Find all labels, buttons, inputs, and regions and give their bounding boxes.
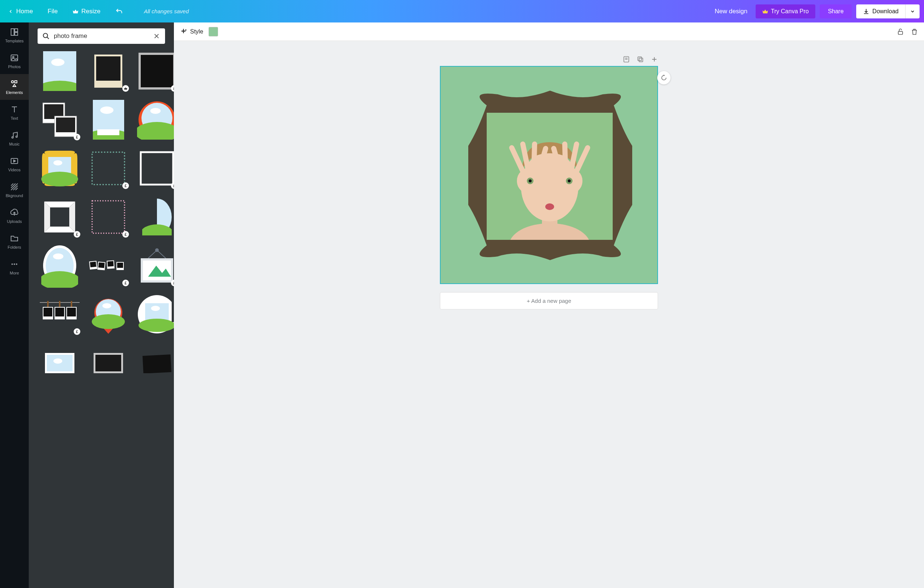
frame-element[interactable] [86, 97, 130, 142]
frame-element[interactable]: £ [135, 146, 174, 190]
more-icon [10, 260, 19, 269]
svg-rect-39 [92, 152, 125, 185]
svg-rect-3 [11, 55, 18, 61]
nav-label: Bkground [5, 193, 23, 198]
frame-element[interactable] [38, 49, 82, 93]
download-dropdown-button[interactable] [905, 5, 919, 18]
price-badge: £ [171, 182, 174, 189]
svg-rect-68 [47, 301, 49, 307]
svg-point-80 [139, 319, 174, 332]
svg-point-50 [53, 253, 63, 259]
nav-more[interactable]: More [0, 254, 29, 280]
lock-button[interactable] [897, 28, 904, 35]
svg-rect-52 [90, 262, 96, 268]
nav-folders[interactable]: Folders [0, 229, 29, 254]
nav-music[interactable]: Music [0, 126, 29, 152]
frame-element[interactable] [135, 97, 174, 142]
nav-label: Elements [6, 90, 23, 95]
svg-rect-56 [107, 261, 114, 267]
nav-videos[interactable]: Videos [0, 152, 29, 177]
download-label: Download [873, 8, 899, 15]
resize-button[interactable]: Resize [69, 5, 104, 18]
file-menu[interactable]: File [44, 5, 61, 18]
nav-label: Folders [8, 245, 21, 249]
frame-element[interactable] [38, 243, 82, 288]
svg-rect-92 [639, 58, 643, 62]
frame-element[interactable] [135, 341, 174, 385]
svg-point-31 [100, 106, 114, 114]
frame-element[interactable] [86, 49, 130, 93]
frame-element[interactable] [86, 292, 130, 336]
nav-label: Text [11, 116, 18, 121]
nav-text[interactable]: Text [0, 100, 29, 126]
app-header: Home File Resize All changes saved New d… [0, 0, 924, 23]
svg-line-106 [534, 144, 535, 171]
svg-point-8 [16, 136, 17, 137]
frame-element[interactable]: £ [86, 146, 130, 190]
duplicate-page-button[interactable] [637, 56, 644, 63]
nav-bkground[interactable]: Bkground [0, 177, 29, 203]
svg-point-81 [151, 306, 160, 311]
framed-photo[interactable] [487, 113, 613, 240]
svg-rect-45 [92, 201, 125, 233]
frame-element[interactable] [38, 146, 82, 190]
download-icon [863, 8, 870, 15]
svg-line-60 [148, 250, 157, 258]
undo-button[interactable] [112, 5, 126, 18]
frame-element[interactable]: £ [38, 195, 82, 239]
frame-element[interactable] [86, 341, 130, 385]
frame-element[interactable]: £ [38, 97, 82, 142]
frame-element[interactable] [38, 341, 82, 385]
frame-element[interactable] [135, 195, 174, 239]
elements-icon [10, 79, 19, 88]
frame-element[interactable]: £ [38, 292, 82, 336]
new-design-label: New design [715, 8, 747, 15]
frame-element[interactable]: £ [86, 195, 130, 239]
nav-uploads[interactable]: Uploads [0, 203, 29, 229]
nav-templates[interactable]: Templates [0, 23, 29, 48]
svg-rect-58 [117, 263, 123, 268]
svg-rect-2 [15, 32, 18, 35]
add-page-button[interactable]: + Add a new page [440, 292, 658, 309]
animate-button[interactable] [657, 71, 670, 84]
download-button[interactable]: Download [856, 5, 905, 18]
bkground-icon [10, 182, 19, 191]
svg-point-103 [529, 179, 531, 182]
unlock-icon [897, 28, 904, 35]
frame-element[interactable]: £ [135, 49, 174, 93]
svg-rect-70 [55, 308, 64, 317]
nav-elements[interactable]: Elements [0, 74, 29, 100]
try-pro-button[interactable]: Try Canva Pro [756, 5, 816, 18]
clear-search-button[interactable] [152, 32, 161, 40]
svg-line-61 [157, 250, 166, 258]
svg-point-5 [12, 81, 14, 83]
nav-photos[interactable]: Photos [0, 48, 29, 74]
svg-rect-73 [67, 308, 76, 317]
delete-button[interactable] [911, 28, 918, 35]
frame-element[interactable] [135, 292, 174, 336]
color-swatch[interactable] [208, 27, 218, 36]
svg-point-20 [51, 59, 64, 66]
share-button[interactable]: Share [820, 5, 852, 18]
svg-point-11 [12, 263, 13, 265]
search-input[interactable] [54, 32, 149, 40]
svg-rect-28 [56, 117, 75, 132]
style-filters-button[interactable]: Style [180, 28, 203, 35]
crown-icon [73, 9, 79, 14]
home-button[interactable]: Home [5, 5, 36, 18]
photos-icon [10, 53, 19, 62]
add-page-icon-button[interactable] [651, 56, 658, 63]
svg-point-34 [137, 122, 174, 140]
new-design-button[interactable]: New design [711, 5, 751, 18]
canvas-page[interactable] [440, 66, 658, 284]
crown-icon [762, 9, 768, 14]
templates-icon [10, 28, 19, 36]
try-pro-label: Try Canva Pro [771, 8, 809, 15]
home-label: Home [16, 8, 33, 15]
svg-point-77 [102, 303, 111, 308]
svg-rect-40 [141, 152, 173, 185]
frame-element[interactable]: £ [135, 243, 174, 288]
page-notes-button[interactable] [623, 56, 630, 63]
frame-element[interactable]: £ [86, 243, 130, 288]
music-icon [10, 131, 19, 140]
